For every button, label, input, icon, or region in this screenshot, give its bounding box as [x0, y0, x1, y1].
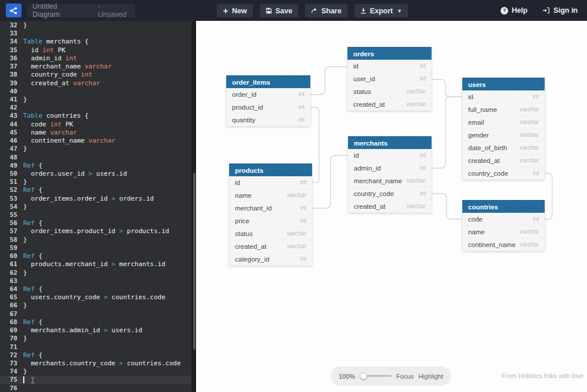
line-number: 62	[0, 269, 17, 277]
field-type: int	[298, 104, 305, 110]
diagram-table-merchants[interactable]: merchantsidintadmin_idintmerchant_nameva…	[348, 136, 432, 213]
field-name: quantity	[232, 117, 255, 124]
editor-line: 42	[0, 104, 191, 112]
plus-icon	[223, 8, 229, 14]
table-field-row[interactable]: codeint	[462, 213, 545, 226]
table-field-row[interactable]: statusvarchar	[347, 85, 432, 98]
table-field-row[interactable]: order_idint	[226, 88, 310, 101]
field-name: name	[468, 228, 485, 235]
editor-line: 55	[0, 211, 191, 219]
code-text: Ref {	[23, 219, 42, 227]
line-number: 76	[0, 384, 17, 392]
table-field-row[interactable]: admin_idint	[348, 162, 432, 175]
field-name: name	[235, 192, 252, 199]
topbar-right-links: ? Help Sign in	[501, 0, 578, 21]
table-field-row[interactable]: merchant_namevarchar	[348, 175, 432, 187]
highlight-toggle[interactable]: Highlight	[418, 373, 443, 380]
table-header[interactable]: countries	[462, 200, 545, 213]
sign-in-button[interactable]: Sign in	[542, 6, 578, 14]
field-type: varchar	[287, 230, 306, 237]
table-field-row[interactable]: statusvarchar	[229, 227, 312, 240]
table-header[interactable]: order_items	[226, 75, 310, 88]
table-field-row[interactable]: priceint	[229, 215, 312, 227]
diagram-title-input[interactable]: Untitled Diagram - Unsaved	[27, 4, 135, 17]
table-field-row[interactable]: idint	[347, 60, 432, 72]
chevron-down-icon: ▼	[397, 8, 402, 14]
diagram-table-products[interactable]: productsidintnamevarcharmerchant_idintpr…	[229, 164, 312, 266]
table-header[interactable]: users	[462, 78, 545, 90]
table-field-row[interactable]: merchant_idint	[229, 202, 312, 215]
table-field-row[interactable]: created_atvarchar	[462, 154, 545, 167]
sign-in-label: Sign in	[553, 6, 578, 14]
diagram-table-users[interactable]: usersidintfull_namevarcharemailvarcharge…	[462, 78, 545, 180]
table-field-row[interactable]: namevarchar	[229, 189, 312, 202]
line-number: 45	[0, 129, 17, 137]
field-type: int	[300, 179, 306, 186]
field-name: admin_id	[354, 165, 381, 172]
export-button[interactable]: Export ▼	[354, 4, 408, 17]
line-number: 33	[0, 30, 17, 38]
diagram-canvas[interactable]: 100% Focus Highlight From Holistics folk…	[196, 21, 587, 392]
table-field-row[interactable]: country_codeint	[462, 167, 545, 180]
focus-toggle[interactable]: Focus	[396, 373, 414, 380]
new-button[interactable]: New	[217, 4, 253, 17]
line-number: 68	[0, 318, 17, 326]
code-text: }	[23, 178, 27, 186]
table-field-row[interactable]: user_idint	[347, 72, 432, 85]
edge-order_items.order_id-to-orders.id	[310, 67, 347, 95]
table-field-row[interactable]: category_idint	[229, 253, 312, 266]
footer-note: From Holistics folks with love	[502, 372, 584, 379]
zoom-slider-handle[interactable]	[360, 372, 367, 380]
field-name: created_at	[353, 101, 385, 108]
line-number: 64	[0, 285, 17, 293]
table-field-row[interactable]: emailvarchar	[462, 116, 545, 129]
app-logo[interactable]	[6, 3, 21, 17]
diagram-table-countries[interactable]: countriescodeintnamevarcharcontinent_nam…	[462, 200, 545, 251]
field-type: varchar	[287, 192, 306, 198]
field-type: int	[419, 190, 426, 197]
editor-scrollbar-thumb[interactable]	[193, 173, 195, 350]
field-type: int	[532, 170, 539, 176]
dbml-code-editor[interactable]: 32}3334Table merchants {35 id int PK36 a…	[0, 21, 191, 392]
table-field-row[interactable]: product_idint	[226, 101, 310, 114]
line-number: 36	[0, 55, 17, 63]
diagram-table-order_items[interactable]: order_itemsorder_idintproduct_idintquant…	[226, 75, 310, 126]
table-field-row[interactable]: full_namevarchar	[462, 103, 545, 116]
table-field-row[interactable]: continent_namevarchar	[462, 238, 545, 251]
code-text: users.country_code > countries.code	[23, 293, 165, 302]
code-text: Table merchants {	[23, 38, 89, 46]
table-field-row[interactable]: created_atvarchar	[347, 98, 432, 111]
share-button[interactable]: Share	[305, 4, 347, 17]
table-header[interactable]: merchants	[348, 136, 432, 149]
code-text: products.merchant_id > merchants.id	[23, 260, 165, 268]
save-button[interactable]: Save	[260, 4, 298, 17]
field-type: int	[300, 217, 306, 224]
editor-line: 54}	[0, 203, 191, 211]
table-header[interactable]: orders	[347, 47, 432, 60]
field-type: int	[532, 216, 539, 222]
edge-products.merchant_id-to-merchants.id	[312, 155, 348, 208]
table-field-row[interactable]: idint	[348, 149, 432, 162]
field-type: int	[300, 205, 306, 211]
diagram-title: Untitled Diagram	[32, 2, 85, 19]
diagram-table-orders[interactable]: ordersidintuser_idintstatusvarcharcreate…	[347, 47, 432, 111]
zoom-slider[interactable]	[360, 372, 392, 380]
code-text: Ref {	[23, 162, 42, 170]
line-number: 43	[0, 112, 17, 120]
table-field-row[interactable]: idint	[229, 176, 312, 189]
table-field-row[interactable]: namevarchar	[462, 226, 545, 238]
line-number: 35	[0, 46, 17, 55]
table-field-row[interactable]: created_atvarchar	[348, 200, 432, 213]
toolbar-buttons: New Save Share Export ▼	[217, 4, 408, 17]
table-field-row[interactable]: date_of_birthvarchar	[462, 141, 545, 154]
editor-line: 75	[0, 376, 191, 384]
table-field-row[interactable]: idint	[462, 90, 545, 103]
table-header[interactable]: products	[229, 164, 312, 176]
table-field-row[interactable]: country_codeint	[348, 187, 432, 200]
table-field-row[interactable]: created_atvarchar	[229, 240, 312, 253]
code-text: order_items.product_id > products.id	[23, 227, 169, 235]
help-button[interactable]: ? Help	[501, 6, 527, 14]
line-number: 44	[0, 121, 17, 129]
table-field-row[interactable]: gendervarchar	[462, 129, 545, 141]
table-field-row[interactable]: quantityint	[226, 114, 310, 126]
